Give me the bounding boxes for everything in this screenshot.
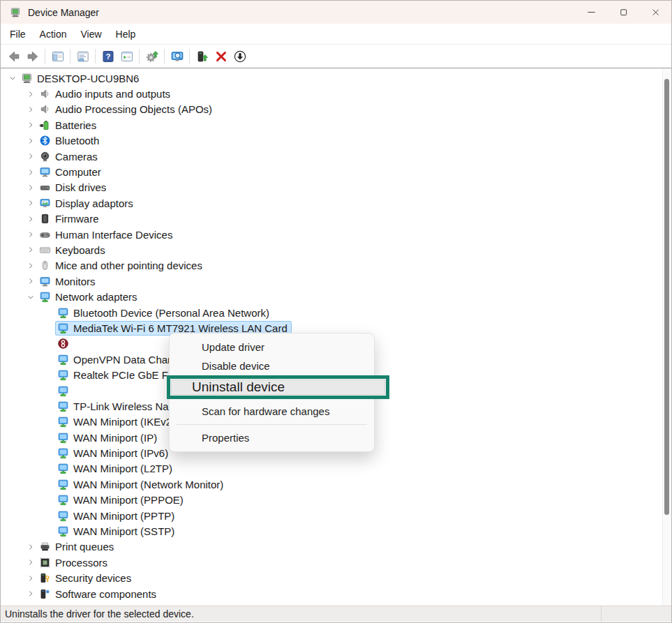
menubar-item-view[interactable]: View [73,26,108,43]
tree-item-keyboards[interactable]: Keyboards [1,242,671,257]
chev-right-icon [27,215,35,223]
chevron-right-icon[interactable] [24,135,37,147]
toolbar-update-driver-button[interactable] [142,47,161,66]
tree-item-disk-drives[interactable]: Disk drives [1,180,671,195]
chevron-right-icon[interactable] [24,541,37,553]
tree-item-audio-processing-objects-apos[interactable]: Audio Processing Objects (APOs) [1,102,671,117]
tree-item-mice-and-other-pointing-devices[interactable]: Mice and other pointing devices [1,258,671,273]
toolbar-help-button[interactable] [98,47,117,66]
context-menu: Update driverDisable deviceUninstall dev… [169,333,375,452]
tree-item-firmware[interactable]: Firmware [1,211,671,227]
tree-item-batteries[interactable]: Batteries [1,117,671,133]
chevron-right-icon[interactable] [24,243,37,256]
chev-down-icon [27,293,35,301]
maximize-button[interactable] [607,1,639,24]
chevron-right-icon[interactable] [24,275,37,287]
tree-item-human-interface-devices[interactable]: Human Interface Devices [1,227,671,242]
tree-item-content: Security devices [38,571,135,585]
context-menu-item-uninstall-device[interactable]: Uninstall device [171,380,385,395]
chevron-right-icon[interactable] [24,587,37,600]
minimize-button[interactable] [575,1,607,24]
chevron-placeholder [43,306,55,319]
close-button[interactable] [639,1,671,24]
tree-item-content: TP-Link Wireless Nano [56,400,184,413]
chevron-right-icon[interactable] [24,166,37,179]
tree-item-content: Print queues [38,540,117,553]
toolbar-back-button[interactable] [4,47,23,66]
tree-item-wan-miniport-pppoe[interactable]: WAN Miniport (PPPOE) [1,493,671,508]
tree-item-display-adaptors[interactable]: Display adaptors [1,195,671,211]
chevron-right-icon[interactable] [24,181,37,194]
menubar-item-help[interactable]: Help [109,26,143,43]
context-menu-item-scan-for-hardware-changes[interactable]: Scan for hardware changes [170,402,374,421]
tree-item-label: Processors [55,557,107,569]
tree-item-content: WAN Miniport (Network Monitor) [56,478,227,491]
tree-item-bluetooth-device-personal-area-network[interactable]: Bluetooth Device (Personal Area Network) [1,305,671,320]
toolbar-properties-pane-button[interactable] [73,47,92,66]
tree-item-software-components[interactable]: Software components [1,586,671,601]
tree-item-processors[interactable]: Processors [1,555,671,570]
chevron-right-icon[interactable] [24,213,37,225]
vertical-scrollbar[interactable] [662,68,671,606]
tree-item-label: WAN Miniport (PPTP) [73,510,174,522]
chevron-down-icon[interactable] [24,291,37,303]
tree-item-content: Firmware [38,212,103,225]
toolbar [1,45,671,68]
context-menu-item-properties[interactable]: Properties [170,428,374,447]
tree-item-content: Monitors [38,275,99,288]
chevron-placeholder [43,525,55,538]
toolbar-forward-button[interactable] [23,47,42,66]
gamepad-icon [39,229,51,241]
scrollbar-thumb[interactable] [664,79,669,515]
tree-item-cameras[interactable]: Cameras [1,149,671,164]
tree-item-label: Computer [55,166,101,178]
chevron-placeholder [43,478,55,490]
title-bar: Device Manager [1,1,671,24]
menubar-item-action[interactable]: Action [33,26,74,43]
tree-item-label: WAN Miniport (IPv6) [73,447,168,459]
toolbar-separator [45,49,45,63]
tree-item-wan-miniport-sstp[interactable]: WAN Miniport (SSTP) [1,523,671,539]
tree-item-desktop-ucu9bn6[interactable]: DESKTOP-UCU9BN6 [1,70,671,86]
tree-item-content: WAN Miniport (PPTP) [56,509,178,523]
context-menu-separator [177,424,367,425]
tree-item-wan-miniport-l2tp[interactable]: WAN Miniport (L2TP) [1,461,671,476]
chevron-placeholder [43,509,55,522]
chevron-right-icon[interactable] [24,556,37,569]
chevron-right-icon[interactable] [24,260,37,272]
tree-item-security-devices[interactable]: Security devices [1,571,671,586]
chevron-right-icon[interactable] [24,150,37,163]
context-menu-item-disable-device[interactable]: Disable device [170,356,374,375]
chevron-right-icon[interactable] [24,228,37,241]
chevron-placeholder [43,400,55,412]
tree-item-wan-miniport-network-monitor[interactable]: WAN Miniport (Network Monitor) [1,476,671,492]
chev-right-icon [27,183,35,192]
toolbar-show-console-tree-button[interactable] [48,47,67,66]
toolbar-disable-device-button[interactable] [230,47,249,66]
printer-icon [39,541,51,553]
tree-item-bluetooth[interactable]: Bluetooth [1,133,671,149]
battery-icon [39,119,51,131]
context-menu-item-update-driver[interactable]: Update driver [170,338,374,356]
toolbar-show-action-pane-button[interactable] [117,47,136,66]
chev-right-icon [27,558,35,566]
toolbar-update-driver-software-button[interactable] [193,47,211,66]
tree-item-computer[interactable]: Computer [1,164,671,179]
monitor-icon [39,166,51,178]
chevron-right-icon[interactable] [24,119,37,131]
chevron-right-icon[interactable] [24,197,37,209]
chevron-right-icon[interactable] [24,88,37,100]
chevron-right-icon[interactable] [24,572,37,585]
toolbar-scan-hardware-changes-button[interactable] [167,47,186,66]
tree-item-monitors[interactable]: Monitors [1,273,671,289]
menubar-item-file[interactable]: File [3,26,33,43]
chevron-down-icon[interactable] [6,72,19,84]
chev-right-icon [27,90,35,98]
tree-item-print-queues[interactable]: Print queues [1,539,671,555]
toolbar-uninstall-device-button[interactable] [211,47,230,66]
tree-item-audio-inputs-and-outputs[interactable]: Audio inputs and outputs [1,86,671,101]
tree-item-network-adapters[interactable]: Network adapters [1,289,671,304]
chevron-right-icon[interactable] [24,103,37,116]
tree-item-wan-miniport-pptp[interactable]: WAN Miniport (PPTP) [1,508,671,523]
tree-item-content: Bluetooth [38,134,103,147]
